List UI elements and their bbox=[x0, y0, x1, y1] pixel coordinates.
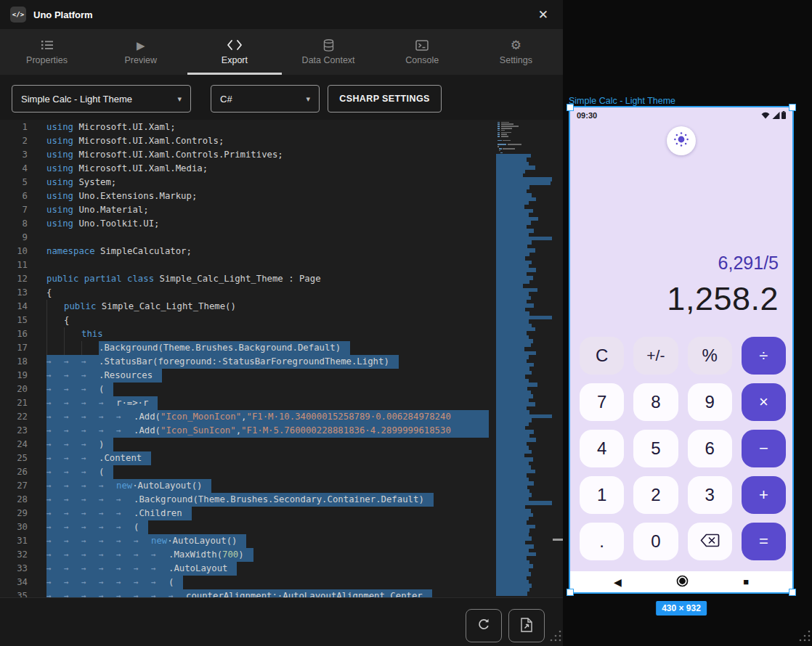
minimap[interactable] bbox=[496, 121, 552, 596]
calc-key-÷[interactable]: ÷ bbox=[742, 337, 786, 375]
status-time: 09:30 bbox=[577, 111, 597, 120]
scrollbar-thumb[interactable] bbox=[553, 539, 563, 541]
uno-platform-window: </> Uno Platform ✕ Properties ▶ Preview … bbox=[0, 0, 563, 646]
language-dropdown[interactable]: C# ▾ bbox=[211, 85, 320, 113]
csharp-settings-button[interactable]: CSHARP SETTINGS bbox=[328, 85, 442, 113]
line-number: 32 bbox=[0, 548, 28, 562]
calc-key-.[interactable]: . bbox=[580, 523, 624, 560]
line-number: 29 bbox=[0, 507, 28, 520]
tab-settings[interactable]: ⚙ Settings bbox=[469, 29, 563, 75]
line-number: 17 bbox=[0, 341, 28, 355]
size-badge: 430 × 932 bbox=[656, 601, 707, 616]
code-line: 25→→→.Content bbox=[0, 451, 489, 465]
refresh-button[interactable] bbox=[466, 609, 502, 642]
tabbar: Properties ▶ Preview Export Data Context… bbox=[0, 29, 563, 75]
tab-console[interactable]: Console bbox=[375, 29, 469, 75]
code-content[interactable]: 1using Microsoft.UI.Xaml;2using Microsof… bbox=[0, 120, 489, 597]
code-line: 35→→→→→→→→counterAlignment:·AutoLayoutAl… bbox=[0, 589, 489, 597]
calc-key-9[interactable]: 9 bbox=[688, 383, 732, 421]
line-number: 26 bbox=[0, 465, 28, 479]
calc-key-7[interactable]: 7 bbox=[580, 383, 624, 421]
tab-label: Console bbox=[405, 55, 439, 65]
line-number: 14 bbox=[0, 300, 28, 314]
line-number: 6 bbox=[0, 189, 28, 203]
line-number: 22 bbox=[0, 410, 28, 424]
line-number: 5 bbox=[0, 176, 28, 189]
calc-key-2[interactable]: 2 bbox=[633, 476, 678, 514]
selection-handle[interactable] bbox=[789, 589, 796, 596]
calc-key-%[interactable]: % bbox=[688, 337, 732, 375]
code-line: 30→→→→→( bbox=[0, 520, 489, 534]
calc-key-5[interactable]: 5 bbox=[633, 430, 678, 467]
resize-grip-icon[interactable] bbox=[550, 630, 561, 645]
tab-label: Data Context bbox=[302, 55, 355, 65]
play-icon: ▶ bbox=[137, 38, 145, 52]
calc-key-1[interactable]: 1 bbox=[580, 476, 624, 514]
calculator-keypad: C+/-%÷789×456−123+.0= bbox=[580, 337, 786, 560]
code-line: 5using System; bbox=[0, 176, 489, 189]
calc-key-0[interactable]: 0 bbox=[633, 523, 678, 560]
resize-grip-icon[interactable] bbox=[799, 630, 811, 645]
theme-dropdown[interactable]: Simple Calc - Light Theme ▾ bbox=[12, 85, 191, 113]
backspace-icon bbox=[700, 531, 720, 552]
code-line: 10namespace SimpleCalculator; bbox=[0, 245, 489, 258]
calc-key-3[interactable]: 3 bbox=[688, 476, 732, 514]
tab-data-context[interactable]: Data Context bbox=[282, 29, 375, 75]
calc-expression: 6,291/5 bbox=[667, 253, 779, 274]
calc-key-=[interactable]: = bbox=[742, 523, 786, 560]
calc-key-×[interactable]: × bbox=[742, 383, 786, 421]
code-line: 14public Simple_Calc_Light_Theme() bbox=[0, 300, 489, 314]
nav-back-icon[interactable]: ◀ bbox=[614, 577, 622, 587]
line-number: 24 bbox=[0, 438, 28, 451]
code-icon bbox=[227, 38, 242, 52]
code-line: 24→→→) bbox=[0, 438, 489, 451]
window-title: Uno Platform bbox=[33, 9, 93, 20]
code-editor[interactable]: 1using Microsoft.UI.Xaml;2using Microsof… bbox=[0, 120, 563, 597]
line-number: 33 bbox=[0, 562, 28, 576]
tab-preview[interactable]: ▶ Preview bbox=[94, 29, 187, 75]
database-icon bbox=[323, 38, 334, 52]
calc-key-+/-[interactable]: +/- bbox=[633, 337, 678, 375]
calc-key-−[interactable]: − bbox=[742, 430, 786, 467]
phone-preview[interactable]: 09:30 6,291/5 1,258.2 C+/-%÷789×456−123+… bbox=[569, 106, 794, 594]
wifi-icon bbox=[761, 112, 770, 120]
tab-label: Preview bbox=[125, 55, 157, 65]
calc-key-8[interactable]: 8 bbox=[633, 383, 678, 421]
calc-key-4[interactable]: 4 bbox=[580, 430, 624, 467]
chevron-down-icon: ▾ bbox=[177, 94, 182, 104]
tab-export[interactable]: Export bbox=[187, 29, 281, 75]
line-number: 4 bbox=[0, 162, 28, 176]
line-number: 23 bbox=[0, 424, 28, 438]
selection-handle[interactable] bbox=[789, 104, 796, 111]
calc-key-6[interactable]: 6 bbox=[688, 430, 732, 467]
file-export-icon bbox=[521, 618, 532, 634]
code-line: 31→→→→→→new·AutoLayout() bbox=[0, 534, 489, 548]
code-line: 6using Uno.Extensions.Markup; bbox=[0, 189, 489, 203]
calc-key-⌫[interactable] bbox=[688, 523, 732, 560]
tab-label: Export bbox=[222, 55, 248, 65]
code-logo-icon: </> bbox=[10, 7, 26, 23]
code-line: 4using Microsoft.UI.Xaml.Media; bbox=[0, 162, 489, 176]
line-number: 7 bbox=[0, 203, 28, 217]
line-number: 11 bbox=[0, 258, 28, 272]
line-number: 9 bbox=[0, 231, 28, 245]
list-icon bbox=[41, 38, 53, 52]
tab-label: Settings bbox=[500, 55, 532, 65]
nav-home-icon[interactable] bbox=[676, 575, 689, 589]
close-icon[interactable]: ✕ bbox=[534, 7, 553, 23]
line-number: 16 bbox=[0, 327, 28, 341]
code-line: 21→→→→r·=>·r bbox=[0, 396, 489, 410]
theme-toggle-button[interactable] bbox=[667, 126, 696, 155]
line-number: 25 bbox=[0, 451, 28, 465]
tab-properties[interactable]: Properties bbox=[0, 29, 94, 75]
export-file-button[interactable] bbox=[508, 609, 545, 642]
calc-key-C[interactable]: C bbox=[580, 337, 624, 375]
selection-handle[interactable] bbox=[567, 104, 574, 111]
selection-handle[interactable] bbox=[567, 589, 574, 596]
line-number: 10 bbox=[0, 245, 28, 258]
line-number: 20 bbox=[0, 383, 28, 396]
calc-key-+[interactable]: + bbox=[742, 476, 786, 514]
line-number: 18 bbox=[0, 355, 28, 369]
nav-recents-icon[interactable]: ■ bbox=[743, 577, 749, 586]
chevron-down-icon: ▾ bbox=[306, 94, 310, 104]
